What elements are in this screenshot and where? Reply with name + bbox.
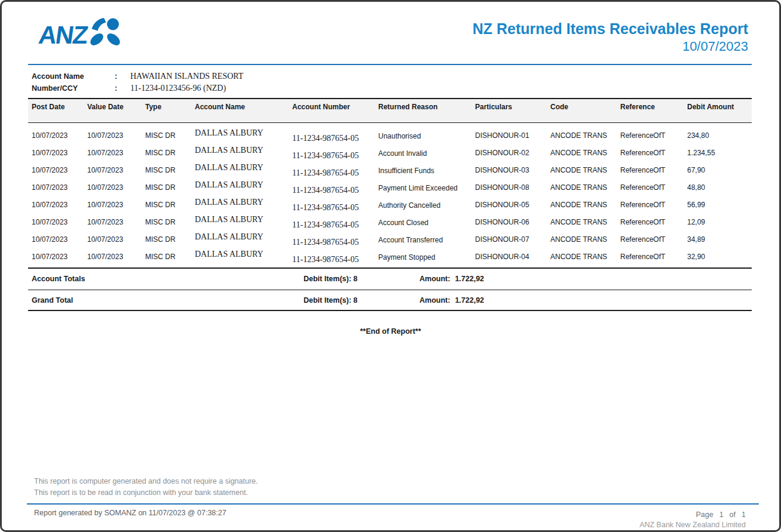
column-header-account-number: Account Number [289, 99, 375, 111]
column-header-returned-reason: Returned Reason [375, 99, 471, 111]
cell-code: ANCODE TRANS [547, 248, 617, 266]
cell-code: ANCODE TRANS [547, 179, 617, 196]
disclaimer-line: This report is to be read in conjunction… [34, 487, 752, 499]
cell-value-date: 10/07/2023 [84, 214, 142, 231]
cell-debit-amount: 34,89 [684, 231, 752, 248]
cell-post-date: 10/07/2023 [28, 248, 84, 266]
report-page: ANZ NZ Returned Items Receivables Report… [2, 2, 779, 530]
cell-type: MISC DR [142, 162, 191, 179]
cell-returned-reason: Payment Limit Exceeded [375, 180, 471, 197]
table-header-row: Post Date Value Date Type Account Name A… [28, 98, 752, 123]
cell-account-number: 11-1234-987654-05 [289, 233, 375, 251]
disclaimers: This report is computer generated and do… [2, 476, 779, 503]
cell-particulars: DISHONOUR-02 [471, 144, 547, 162]
amount-label: Amount: [419, 275, 450, 283]
cell-type: MISC DR [142, 179, 191, 196]
account-number-row: Number/CCY : 11-1234-0123456-96 (NZD) [28, 82, 752, 94]
cell-returned-reason: Authority Cancelled [375, 197, 471, 214]
cell-debit-amount: 48,80 [684, 179, 752, 196]
amount-label: Amount: [419, 296, 450, 305]
cell-account-number: 11-1234-987654-05 [289, 130, 375, 147]
cell-debit-amount: 12,09 [684, 214, 752, 231]
cell-account-name: DALLAS ALBURY [191, 159, 289, 176]
cell-particulars: DISHONOUR-03 [471, 162, 547, 179]
cell-returned-reason: Unauthorised [375, 128, 471, 145]
cell-type: MISC DR [142, 196, 191, 214]
cell-particulars: DISHONOUR-01 [471, 127, 547, 144]
account-info: Account Name : HAWAIIAN ISLANDS RESORT N… [2, 65, 779, 98]
cell-reference: ReferenceOfT [617, 144, 684, 162]
grand-total-row: Grand Total Debit Item(s): 8 Amount:1.72… [28, 290, 752, 310]
account-totals-amount: Amount:1.722,92 [419, 275, 484, 283]
company-name: ANZ Bank New Zealand Limited [639, 520, 746, 530]
cell-type: MISC DR [142, 127, 191, 144]
table-body: 10/07/2023 10/07/2023 MISC DR DALLAS ALB… [28, 123, 752, 267]
column-header-value-date: Value Date [84, 99, 142, 111]
cell-account-name: DALLAS ALBURY [191, 245, 289, 263]
cell-account-number: 11-1234-987654-05 [289, 216, 375, 233]
table-row: 10/07/2023 10/07/2023 MISC DR DALLAS ALB… [28, 162, 752, 179]
cell-returned-reason: Account Invalid [375, 145, 471, 162]
cell-account-name: DALLAS ALBURY [191, 193, 289, 211]
table-row: 10/07/2023 10/07/2023 MISC DR DALLAS ALB… [28, 179, 752, 196]
cell-type: MISC DR [142, 214, 191, 231]
cell-particulars: DISHONOUR-04 [471, 248, 547, 266]
cell-account-number: 11-1234-987654-05 [289, 147, 375, 164]
cell-post-date: 10/07/2023 [28, 179, 84, 196]
column-header-debit-amount: Debit Amount [684, 99, 752, 111]
grand-total-debit-items: Debit Item(s): 8 [304, 296, 357, 305]
cell-account-number: 11-1234-987654-05 [289, 182, 375, 199]
cell-reference: ReferenceOfT [617, 127, 684, 144]
cell-returned-reason: Account Closed [375, 214, 471, 232]
title-block: NZ Returned Items Receivables Report 10/… [473, 2, 779, 56]
cell-returned-reason: Account Transferred [375, 232, 471, 249]
cell-value-date: 10/07/2023 [84, 144, 142, 162]
cell-debit-amount: 234,80 [684, 127, 752, 144]
cell-value-date: 10/07/2023 [84, 196, 142, 214]
cell-reference: ReferenceOfT [617, 179, 684, 196]
cell-type: MISC DR [142, 231, 191, 248]
page-total: 1 [742, 510, 746, 520]
cell-reference: ReferenceOfT [617, 162, 684, 179]
cell-value-date: 10/07/2023 [84, 179, 142, 196]
cell-code: ANCODE TRANS [547, 162, 617, 179]
report-header: ANZ NZ Returned Items Receivables Report… [2, 2, 779, 64]
cell-code: ANCODE TRANS [547, 144, 617, 162]
anz-logo: ANZ [39, 20, 122, 51]
page-of-label: of [730, 510, 736, 520]
cell-debit-amount: 67,90 [684, 162, 752, 179]
account-totals-amount-value: 1.722,92 [455, 275, 484, 283]
account-totals-row: Account Totals Debit Item(s): 8 Amount:1… [28, 269, 752, 290]
report-title: NZ Returned Items Receivables Report [473, 20, 748, 38]
cell-reference: ReferenceOfT [617, 248, 684, 266]
cell-account-number: 11-1234-987654-05 [289, 199, 375, 216]
cell-code: ANCODE TRANS [547, 196, 617, 214]
column-header-reference: Reference [617, 99, 684, 111]
cell-code: ANCODE TRANS [547, 214, 617, 231]
account-totals-debit-items: Debit Item(s): 8 [304, 275, 357, 283]
cell-post-date: 10/07/2023 [28, 214, 84, 231]
cell-code: ANCODE TRANS [547, 231, 617, 248]
cell-account-name: DALLAS ALBURY [191, 124, 289, 142]
grand-total-amount-value: 1.722,92 [455, 296, 484, 305]
cell-value-date: 10/07/2023 [84, 231, 142, 248]
page-indicator: Page 1 of 1 [696, 510, 746, 520]
cell-particulars: DISHONOUR-07 [471, 231, 547, 248]
table-row: 10/07/2023 10/07/2023 MISC DR DALLAS ALB… [28, 196, 752, 214]
account-name-row: Account Name : HAWAIIAN ISLANDS RESORT [28, 70, 752, 82]
column-header-particulars: Particulars [471, 99, 547, 111]
cell-post-date: 10/07/2023 [28, 144, 84, 162]
anz-logo-text: ANZ [37, 21, 89, 50]
cell-debit-amount: 1.234,55 [684, 144, 752, 162]
cell-type: MISC DR [142, 144, 191, 162]
cell-value-date: 10/07/2023 [84, 248, 142, 266]
cell-value-date: 10/07/2023 [84, 127, 142, 144]
grand-total-label: Grand Total [32, 296, 73, 305]
column-header-type: Type [142, 99, 191, 111]
returned-items-table: Post Date Value Date Type Account Name A… [2, 98, 779, 311]
report-window: ANZ NZ Returned Items Receivables Report… [0, 0, 781, 532]
table-row: 10/07/2023 10/07/2023 MISC DR DALLAS ALB… [28, 248, 752, 266]
cell-returned-reason: Insufficient Funds [375, 162, 471, 180]
cell-type: MISC DR [142, 248, 191, 266]
cell-reference: ReferenceOfT [617, 231, 684, 248]
